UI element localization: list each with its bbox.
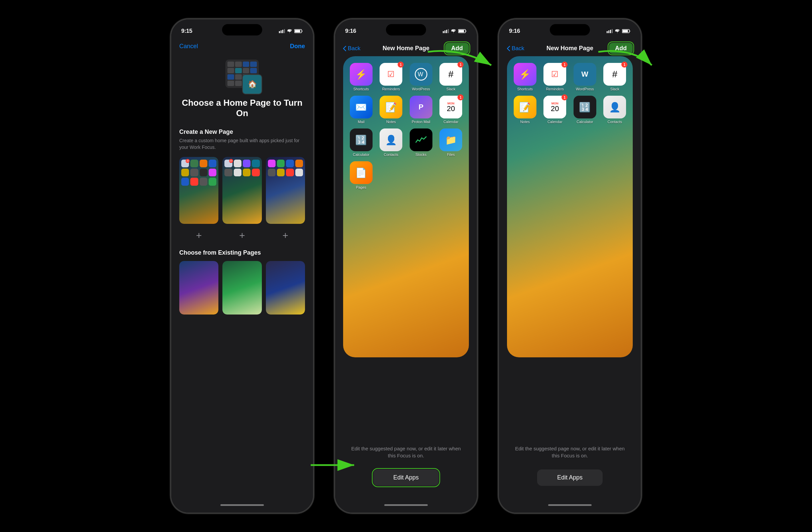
page-thumb-3[interactable] bbox=[266, 157, 305, 224]
status-time-2: 9:16 bbox=[345, 28, 356, 34]
phone3-nav: Back New Home Page Add bbox=[499, 40, 641, 57]
app-calendar-3: MON 20 1 Calendar bbox=[542, 96, 568, 124]
status-icons-2 bbox=[443, 29, 467, 33]
svg-rect-18 bbox=[608, 30, 609, 33]
status-time-1: 9:15 bbox=[181, 28, 192, 34]
add-buttons: + + + bbox=[179, 230, 305, 241]
app-notes-2: 📝 Notes bbox=[379, 96, 404, 124]
svg-rect-17 bbox=[607, 31, 608, 33]
status-icons-1 bbox=[279, 29, 303, 33]
create-section-desc: Create a custom home page built with app… bbox=[179, 138, 305, 150]
edit-apps-button-3[interactable]: Edit Apps bbox=[537, 470, 603, 486]
phone-3: 9:16 Back New Home Page Add ⚡ bbox=[498, 18, 642, 514]
page-thumb-1[interactable]: 20 bbox=[179, 157, 218, 224]
svg-rect-9 bbox=[445, 30, 446, 33]
app-shortcuts-3: ⚡ Shortcuts bbox=[512, 63, 538, 91]
app-contacts-3: 👤 Contacts bbox=[602, 96, 628, 124]
phone-2-wrapper: 9:16 Back New Home Page Add bbox=[334, 18, 478, 514]
svg-rect-1 bbox=[280, 30, 281, 33]
app-files-2: 📁 Files bbox=[438, 129, 464, 157]
home-page-illustration: 🏠 bbox=[222, 60, 262, 93]
add-page-3[interactable]: + bbox=[282, 230, 289, 241]
phone-2: 9:16 Back New Home Page Add bbox=[334, 18, 478, 514]
phone2-nav: Back New Home Page Add bbox=[335, 40, 477, 57]
svg-rect-22 bbox=[623, 30, 628, 32]
svg-rect-19 bbox=[610, 30, 611, 33]
page-thumbnails: 20 bbox=[179, 157, 305, 224]
bottom-text-3: Edit the suggested page now, or edit it … bbox=[499, 445, 641, 459]
done-button[interactable]: Done bbox=[290, 43, 305, 50]
create-section-title: Create a New Page bbox=[179, 129, 305, 135]
app-wordpress-2: W WordPress bbox=[408, 63, 434, 91]
page-thumb-2[interactable]: 20 bbox=[222, 157, 262, 224]
app-calculator-3: 🔢 Calculator bbox=[572, 96, 598, 124]
screen-preview-2: ⚡ Shortcuts ☑ 1 Reminders W bbox=[343, 56, 469, 357]
svg-rect-11 bbox=[448, 29, 449, 33]
add-button-3[interactable]: Add bbox=[609, 43, 633, 54]
app-notes-3: 📝 Notes bbox=[512, 96, 538, 124]
nav-title-2: New Home Page bbox=[382, 45, 430, 52]
dynamic-island-3 bbox=[550, 24, 590, 35]
choose-title: Choose a Home Page to Turn On bbox=[179, 98, 305, 118]
back-button-3[interactable]: Back bbox=[507, 45, 524, 52]
signal-icon-2 bbox=[443, 29, 449, 33]
svg-rect-10 bbox=[446, 30, 447, 33]
svg-rect-13 bbox=[459, 30, 464, 32]
stocks-chart bbox=[415, 135, 427, 145]
app-pages-2: 📄 Pages bbox=[348, 161, 374, 189]
back-chevron-2 bbox=[343, 46, 347, 51]
back-button-2[interactable]: Back bbox=[343, 45, 361, 52]
signal-icon bbox=[279, 29, 285, 33]
wifi-icon bbox=[287, 29, 292, 33]
app-calendar-2: MON 20 1 Calendar bbox=[438, 96, 464, 124]
existing-thumb-2[interactable] bbox=[222, 261, 262, 315]
app-mail-2: ✉️ Mail bbox=[348, 96, 374, 124]
svg-rect-8 bbox=[443, 31, 444, 33]
screen-preview-3: ⚡ Shortcuts ☑ 1 Reminders W bbox=[507, 56, 633, 357]
app-contacts-2: 👤 Contacts bbox=[379, 129, 404, 157]
phone1-nav: Cancel Done bbox=[171, 40, 313, 53]
apps-grid-2: ⚡ Shortcuts ☑ 1 Reminders W bbox=[348, 63, 464, 189]
screen-bg-3: ⚡ Shortcuts ☑ 1 Reminders W bbox=[507, 56, 633, 357]
edit-apps-button-2[interactable]: Edit Apps bbox=[373, 470, 439, 486]
existing-thumb-1[interactable] bbox=[179, 261, 218, 315]
svg-rect-2 bbox=[282, 30, 283, 33]
home-indicator-3 bbox=[548, 504, 592, 506]
svg-rect-3 bbox=[284, 29, 285, 33]
nav-title-3: New Home Page bbox=[547, 45, 593, 52]
battery-icon-2 bbox=[458, 29, 467, 33]
existing-title: Choose from Existing Pages bbox=[179, 249, 305, 256]
existing-thumb-3[interactable] bbox=[266, 261, 305, 315]
status-icons-3 bbox=[607, 29, 631, 33]
add-page-1[interactable]: + bbox=[196, 230, 202, 241]
home-indicator-2 bbox=[384, 504, 428, 506]
svg-rect-20 bbox=[612, 29, 613, 33]
bottom-text-2: Edit the suggested page now, or edit it … bbox=[335, 445, 477, 459]
add-button-2[interactable]: Add bbox=[445, 43, 469, 54]
back-chevron-3 bbox=[507, 46, 510, 51]
svg-text:W: W bbox=[418, 71, 423, 77]
add-page-2[interactable]: + bbox=[239, 230, 245, 241]
screen-bg-2: ⚡ Shortcuts ☑ 1 Reminders W bbox=[343, 56, 469, 357]
phone-1-wrapper: 9:15 Cancel Done bbox=[170, 18, 314, 514]
dynamic-island-2 bbox=[386, 24, 426, 35]
app-calculator-2: 🔢 Calculator bbox=[348, 129, 374, 157]
existing-thumbs bbox=[179, 261, 305, 315]
status-time-3: 9:16 bbox=[509, 28, 520, 34]
home-indicator-1 bbox=[220, 504, 264, 506]
app-slack-3: # 1 Slack bbox=[602, 63, 628, 91]
wordpress-logo: W bbox=[415, 68, 428, 81]
apps-grid-3: ⚡ Shortcuts ☑ 1 Reminders W bbox=[512, 63, 627, 124]
app-protonmail-2: P Proton Mail bbox=[408, 96, 434, 124]
svg-rect-5 bbox=[295, 30, 300, 32]
app-wordpress-3: W WordPress bbox=[572, 63, 598, 91]
app-reminders-3: ☑ 1 Reminders bbox=[542, 63, 568, 91]
signal-icon-3 bbox=[607, 29, 613, 33]
battery-icon-3 bbox=[622, 29, 631, 33]
phone-1: 9:15 Cancel Done bbox=[170, 18, 314, 514]
phone1-body: 🏠 Choose a Home Page to Turn On Create a… bbox=[179, 56, 305, 513]
cancel-button[interactable]: Cancel bbox=[179, 43, 198, 50]
app-reminders-2: ☑ 1 Reminders bbox=[379, 63, 404, 91]
wifi-icon-3 bbox=[615, 29, 620, 33]
phone-3-wrapper: 9:16 Back New Home Page Add ⚡ bbox=[498, 18, 642, 514]
